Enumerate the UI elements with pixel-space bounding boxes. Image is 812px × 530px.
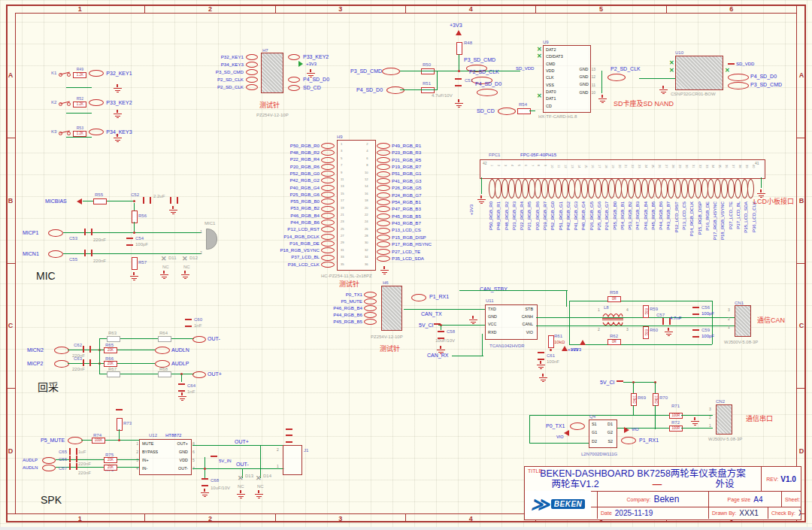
vio-flag bbox=[624, 427, 629, 433]
pin-numbers-odd: 1357911131517192123252729313335 bbox=[341, 143, 344, 266]
net-flag bbox=[321, 247, 335, 253]
company-cell: Company: Beken bbox=[597, 492, 708, 507]
net-label: OUT+ bbox=[208, 371, 222, 377]
check-value: XXX2 bbox=[798, 509, 801, 517]
pin-number: 27 bbox=[665, 165, 668, 176]
section-title: SPK bbox=[41, 495, 62, 505]
net-flag bbox=[288, 77, 300, 83]
pin-number: 1 bbox=[200, 230, 202, 234]
net-label: P49_RGB_R1 bbox=[392, 144, 421, 148]
net-label: 5V_CI bbox=[600, 380, 614, 385]
pin-number: 15 bbox=[584, 165, 587, 176]
border-row-label: A bbox=[797, 13, 806, 138]
net-label: P0_TX1 bbox=[346, 292, 362, 297]
wire bbox=[633, 405, 634, 416]
power-flag bbox=[456, 30, 462, 35]
gnd-symbol bbox=[254, 490, 263, 498]
pin-number: 27 bbox=[341, 235, 344, 238]
pin-number: 18 bbox=[365, 199, 368, 202]
pin-number: 1 bbox=[341, 143, 344, 146]
net-flag bbox=[377, 164, 390, 170]
pin-row: BYPASS bbox=[142, 450, 158, 454]
net-label: P51_RGB_G1 bbox=[392, 171, 422, 176]
logo-wordmark: BEKEN bbox=[551, 499, 586, 509]
diode-nc-icon: ✕ bbox=[182, 256, 188, 262]
pin-label: CANL bbox=[523, 323, 533, 326]
net-flag bbox=[321, 262, 335, 268]
part-number: FPC-05F-40PH15 bbox=[520, 153, 556, 157]
net-flag bbox=[68, 437, 83, 444]
wire bbox=[529, 415, 530, 444]
wire bbox=[83, 201, 135, 201]
resistor-refdes: R57 bbox=[138, 260, 147, 265]
net-row: P34_KEY3 bbox=[221, 62, 258, 68]
net-flag bbox=[570, 422, 585, 430]
mosfet-left-pins: S1G1D2 bbox=[592, 422, 597, 444]
port-arrow-icon bbox=[298, 61, 303, 67]
pin-label: CD/DAT3 bbox=[546, 55, 563, 59]
pin-number: 6 bbox=[524, 165, 527, 176]
pin-number: 11 bbox=[341, 178, 344, 181]
key-rows: K1 R49 1.2K P32_KEY1 K2 R52 1.2K bbox=[51, 68, 186, 137]
net-label: P37_LCD_BL bbox=[291, 255, 320, 259]
net-flag bbox=[89, 129, 104, 135]
pin-number: 11 bbox=[557, 165, 560, 176]
wire-loop bbox=[668, 179, 674, 198]
border-col-label: 6 bbox=[667, 5, 797, 13]
wire bbox=[441, 326, 441, 330]
power-bar bbox=[728, 63, 735, 65]
net-label: MICP2 bbox=[27, 361, 43, 366]
pin-number: 1 bbox=[490, 165, 493, 176]
pin-row: IN- bbox=[142, 467, 147, 471]
net-row: P2_SD_CLK bbox=[217, 77, 258, 83]
junction-dot bbox=[118, 439, 120, 441]
wire bbox=[404, 309, 485, 310]
capacitor bbox=[84, 229, 92, 235]
net-row: P24_RGB_G7 bbox=[377, 192, 422, 198]
transistor-refdes: Q4 bbox=[589, 414, 595, 419]
can-section: H6 P0_TX1 P5_MUTE P46_RGB_B4 bbox=[312, 280, 799, 371]
net-row: P14_RGB_DCLK bbox=[283, 234, 335, 240]
net-flag bbox=[377, 150, 390, 156]
net-label: AUDLN bbox=[171, 347, 189, 353]
capacitor bbox=[69, 456, 77, 462]
power-net-label: +3V3 bbox=[450, 23, 462, 28]
resistor-nc bbox=[158, 371, 171, 377]
border-col-label: 1 bbox=[15, 5, 145, 13]
part-number: L2N7002DW111G bbox=[581, 452, 617, 456]
date-label: Date bbox=[601, 510, 612, 516]
pin-row: MUTE bbox=[142, 442, 153, 446]
capacitor-refdes: C66 bbox=[59, 457, 67, 462]
rev-value: V1.0 bbox=[780, 475, 796, 483]
net-label: CAN_RX bbox=[427, 353, 448, 358]
capacitor-value: 220nF bbox=[72, 367, 85, 371]
header-left-nets: P32_KEY1 P34_KEY3 P3_SD_CMD P2_SD_CLK bbox=[192, 54, 258, 90]
pin-number: 19 bbox=[611, 165, 614, 176]
net-flag bbox=[321, 185, 335, 191]
net-label: P33_KEY2 bbox=[303, 54, 329, 59]
wire bbox=[761, 177, 762, 188]
pin-label: TXD bbox=[488, 307, 496, 311]
net-flag bbox=[192, 336, 206, 343]
net-label: P2_SD_CLK bbox=[469, 69, 499, 74]
wire-loop bbox=[601, 179, 608, 198]
wire bbox=[400, 89, 438, 90]
pin-number: 10 bbox=[591, 91, 595, 95]
resistor-value: 1.2K bbox=[73, 131, 86, 137]
junction-dot bbox=[133, 200, 135, 202]
net-flag bbox=[364, 319, 377, 325]
net-label: P0_TX1 bbox=[546, 423, 565, 429]
choke-core-line bbox=[602, 320, 623, 320]
net-flag bbox=[728, 82, 749, 89]
net-label: P23_RGB_R3 bbox=[512, 201, 517, 230]
can-connector bbox=[735, 305, 751, 337]
pin-number: 35 bbox=[718, 165, 721, 176]
part-number: PZ254V-12-10P bbox=[256, 113, 289, 117]
net-flag bbox=[246, 54, 258, 60]
title-label: TITLE: bbox=[528, 468, 544, 474]
pin-number: 3 bbox=[626, 328, 629, 332]
resistor-refdes: R71 bbox=[671, 404, 680, 408]
pin-number: 30 bbox=[365, 241, 368, 244]
gnd-symbol bbox=[180, 271, 189, 279]
diode-refdes: D12 bbox=[189, 256, 198, 260]
